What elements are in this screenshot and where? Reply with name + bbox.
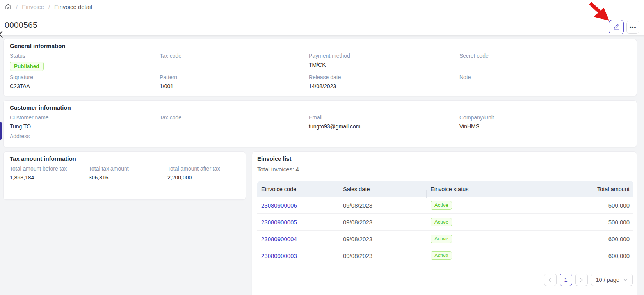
sidebar-accent-strip: [0, 122, 2, 140]
field-label: Secret code: [459, 53, 630, 59]
field-pattern: Pattern 1/001: [160, 74, 309, 90]
field-value: 306,816: [89, 174, 167, 181]
chevron-down-icon: [623, 278, 628, 281]
breadcrumb-separator: /: [16, 4, 18, 10]
field-value: 14/08/2023: [309, 83, 459, 90]
sales-date-cell: 09/08/2023: [339, 236, 427, 242]
field-value: [160, 123, 309, 130]
breadcrumb-einvoice-detail: Einvoice detail: [54, 4, 92, 10]
field-label: Release date: [309, 74, 459, 80]
total-amount-cell: 600,000: [514, 252, 633, 259]
total-amount-cell: 500,000: [514, 219, 633, 226]
total-amount-cell: 600,000: [514, 236, 633, 242]
red-arrow-annotation-icon: [585, 1, 613, 24]
field-tax-code: Tax code: [160, 53, 309, 71]
chevron-left-icon: [548, 277, 552, 283]
einvoice-code-link[interactable]: 23080900003: [261, 252, 297, 259]
status-badge: Active: [431, 235, 452, 243]
table-row: 23080900005 09/08/2023 Active 500,000: [257, 214, 633, 231]
field-label: Address: [10, 133, 160, 139]
field-value: 1,893,184: [10, 174, 89, 181]
field-total-before-tax: Total amount before tax 1,893,184: [10, 165, 89, 181]
status-badge: Active: [431, 201, 452, 210]
chevron-right-icon: [580, 277, 583, 283]
clipped-collapse-chevron-icon: [0, 30, 3, 39]
pagination-page-1-button[interactable]: 1: [560, 274, 572, 286]
einvoice-code-link[interactable]: 23080900004: [261, 236, 297, 242]
pagination-prev-button[interactable]: [544, 274, 557, 286]
total-amount-cell: 500,000: [514, 202, 633, 209]
status-badge: Active: [431, 251, 452, 260]
pagination: 1 10 / page: [257, 274, 633, 286]
field-customer-name: Customer name Tung TO: [10, 114, 160, 130]
status-badge: Published: [10, 62, 44, 71]
field-label: Pattern: [160, 74, 309, 80]
einvoice-code-link[interactable]: 23080900005: [261, 219, 297, 226]
field-tax-code: Tax code: [160, 114, 309, 130]
sales-date-cell: 09/08/2023: [339, 219, 427, 226]
column-header-sales-date: Sales date: [339, 186, 427, 192]
breadcrumb-separator: /: [48, 4, 50, 10]
general-information-card: General information Status Published Tax…: [3, 39, 637, 96]
customer-information-card: Customer information Customer name Tung …: [3, 100, 637, 148]
edit-pencil-icon: [613, 23, 620, 32]
sales-date-cell: 09/08/2023: [339, 202, 427, 209]
column-header-total-amount: Total amount: [514, 186, 633, 192]
einvoice-detail-page: / Einvoice / Einvoice detail 0000565 •••…: [0, 0, 644, 295]
einvoice-code-link[interactable]: 23080900006: [261, 202, 297, 209]
field-value: [160, 62, 309, 68]
einvoice-list-card: Einvoice list Total invoices: 4 Einvoice…: [252, 151, 637, 295]
table-row: 23080900003 09/08/2023 Active 600,000: [257, 247, 633, 264]
field-payment-method: Payment method TM/CK: [309, 53, 459, 71]
field-release-date: Release date 14/08/2023: [309, 74, 459, 90]
field-value: VinHMS: [459, 123, 630, 130]
field-value: 2,200,000: [167, 174, 239, 181]
tax-amount-information-card: Tax amount information Total amount befo…: [3, 151, 246, 200]
card-title: Customer information: [10, 104, 630, 111]
pagination-next-button[interactable]: [575, 274, 588, 286]
field-label: Company/Unit: [459, 114, 630, 121]
field-total-tax: Total tax amount 306,816: [89, 165, 167, 181]
status-badge: Active: [431, 218, 452, 226]
field-label: Note: [459, 74, 630, 80]
field-label: Tax code: [160, 114, 309, 121]
field-note: Note: [459, 74, 630, 90]
field-total-after-tax: Total amount after tax 2,200,000: [167, 165, 239, 181]
edit-button[interactable]: [609, 20, 624, 34]
field-label: Tax code: [160, 53, 309, 59]
einvoice-table: Einvoice code Sales date Einvoice status…: [257, 181, 633, 264]
field-value: tungto93@gmail.com: [309, 123, 459, 130]
field-label: Status: [10, 53, 160, 59]
field-email: Email tungto93@gmail.com: [309, 114, 459, 130]
page-title: 0000565: [5, 20, 37, 30]
page-size-value: 10 / page: [596, 277, 619, 283]
field-address: Address: [10, 133, 160, 142]
field-label: Signature: [10, 74, 160, 80]
total-invoices-count: Total invoices: 4: [257, 166, 633, 172]
field-label: Total amount before tax: [10, 165, 89, 172]
page-size-select[interactable]: 10 / page: [591, 274, 633, 286]
field-label: Customer name: [10, 114, 160, 121]
field-company-unit: Company/Unit VinHMS: [459, 114, 630, 130]
breadcrumb: / Einvoice / Einvoice detail: [5, 3, 92, 10]
field-label: Total amount after tax: [167, 165, 239, 172]
field-label: Email: [309, 114, 459, 121]
home-icon[interactable]: [5, 3, 12, 10]
field-value: 1/001: [160, 83, 309, 90]
field-status: Status Published: [10, 53, 160, 71]
sales-date-cell: 09/08/2023: [339, 252, 427, 259]
column-header-einvoice-code: Einvoice code: [257, 186, 339, 192]
field-signature: Signature C23TAA: [10, 74, 160, 90]
card-title: General information: [10, 43, 630, 49]
card-title: Einvoice list: [257, 155, 633, 162]
field-value: [459, 83, 630, 90]
more-ellipsis-icon: •••: [630, 24, 637, 30]
field-value: TM/CK: [309, 62, 459, 68]
field-value: Tung TO: [10, 123, 160, 130]
breadcrumb-einvoice[interactable]: Einvoice: [22, 4, 44, 10]
field-label: Total tax amount: [89, 165, 167, 172]
field-label: Payment method: [309, 53, 459, 59]
field-value: C23TAA: [10, 83, 160, 90]
more-actions-button[interactable]: •••: [626, 21, 639, 34]
table-header-row: Einvoice code Sales date Einvoice status…: [257, 181, 633, 197]
